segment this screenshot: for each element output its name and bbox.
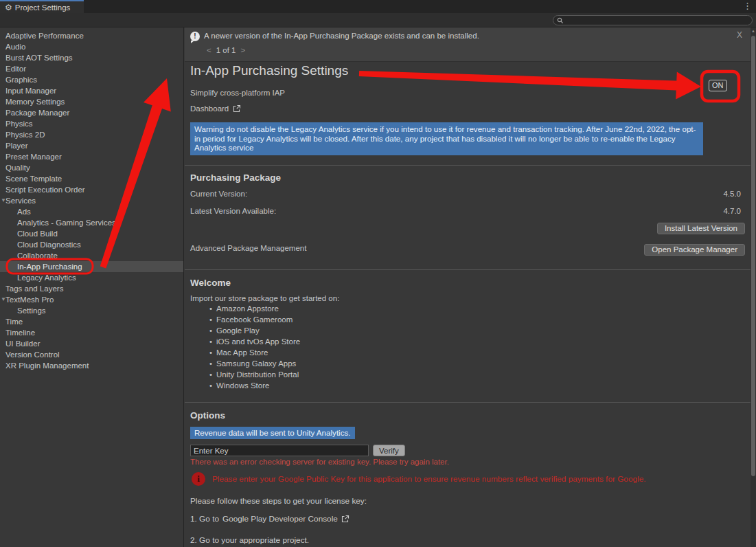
sidebar-item-collaborate[interactable]: Collaborate [0,250,183,261]
sidebar-item-label: Physics 2D [0,131,45,139]
dashboard-link[interactable]: Dashboard [190,104,241,113]
pager-prev-button[interactable]: < [207,46,211,54]
sidebar-item-legacy-analytics[interactable]: Legacy Analytics [0,272,183,283]
console-message-icon: ! [190,32,200,41]
sidebar-item-version-control[interactable]: Version Control [0,349,183,360]
sidebar-item-label: Burst AOT Settings [0,54,73,62]
sidebar-item-label: Cloud Build [0,230,58,238]
verify-button[interactable]: Verify [373,445,405,456]
sidebar-item-adaptive-performance[interactable]: Adaptive Performance [0,30,183,41]
main-panel: ! A newer version of the In-App Purchasi… [185,27,756,547]
sidebar-item-player[interactable]: Player [0,140,183,151]
sidebar-item-textmesh-pro[interactable]: ▼TextMesh Pro [0,294,183,305]
google-key-error-text: Please enter your Google Public Key for … [212,474,645,484]
scrollbar-up-arrow-icon[interactable]: ▲ [751,29,756,33]
iap-toggle-on-button[interactable]: ON [709,80,727,91]
options-heading: Options [190,410,225,421]
sidebar-item-physics-2d[interactable]: Physics 2D [0,129,183,140]
current-version-value: 4.5.0 [723,190,741,198]
dashboard-link-label: Dashboard [190,104,229,113]
sidebar-item-settings[interactable]: Settings [0,305,183,316]
latest-version-value: 4.7.0 [723,207,741,215]
search-field[interactable] [553,15,753,25]
key-input[interactable] [190,445,369,456]
sidebar-item-input-manager[interactable]: Input Manager [0,85,183,96]
sidebar-item-label: Player [0,142,28,150]
sidebar-item-physics[interactable]: Physics [0,118,183,129]
sidebar-item-burst-aot-settings[interactable]: Burst AOT Settings [0,52,183,63]
sidebar-item-label: Memory Settings [0,98,65,106]
close-icon[interactable]: X [737,30,742,40]
open-package-manager-button[interactable]: Open Package Manager [644,244,745,256]
sidebar-item-cloud-diagnostics[interactable]: Cloud Diagnostics [0,239,183,250]
notification-banner: ! A newer version of the In-App Purchasi… [185,27,756,62]
store-item: Unity Distribution Portal [209,369,300,380]
install-latest-version-button[interactable]: Install Latest Version [657,223,745,234]
sidebar-item-in-app-purchasing[interactable]: In-App Purchasing [0,261,183,272]
sidebar-item-label: In-App Purchasing [0,263,82,271]
error-info-icon: i [192,472,205,486]
sidebar-item-label: Tags and Layers [0,284,63,293]
step-2: 2. Go to your appropriate project. [190,535,309,545]
sidebar-item-label: Ads [0,208,31,216]
search-input[interactable] [566,16,752,25]
sidebar-item-memory-settings[interactable]: Memory Settings [0,96,183,107]
sidebar-item-scene-template[interactable]: Scene Template [0,173,183,184]
sidebar-item-ads[interactable]: Ads [0,206,183,217]
sidebar-item-analytics-gaming-services[interactable]: Analytics - Gaming Services [0,217,183,228]
sidebar-item-label: TextMesh Pro [0,295,54,304]
sidebar-item-script-execution-order[interactable]: Script Execution Order [0,184,183,195]
pager-next-button[interactable]: > [241,46,246,54]
purchasing-package-heading: Purchasing Package [190,172,281,183]
sidebar-item-label: Preset Manager [0,153,62,161]
store-item: Facebook Gameroom [209,314,300,325]
sidebar-item-quality[interactable]: Quality [0,162,183,173]
sidebar-item-ui-builder[interactable]: UI Builder [0,338,183,349]
sidebar-item-label: Legacy Analytics [0,274,76,282]
welcome-heading: Welcome [190,278,231,288]
foldout-open-icon[interactable]: ▼ [1,198,6,203]
sidebar-item-package-manager[interactable]: Package Manager [0,107,183,118]
divider [185,165,751,166]
kebab-menu-icon[interactable]: ⋮ [743,1,752,11]
foldout-open-icon[interactable]: ▼ [1,297,6,302]
sidebar-item-label: UI Builder [0,339,41,348]
tab-bar: ⚙ Project Settings ⋮ [0,0,756,13]
sidebar-item-label: Cloud Diagnostics [0,241,81,249]
sidebar-item-label: Analytics - Gaming Services [0,219,116,227]
store-item: Samsung Galaxy Apps [209,358,300,369]
sidebar-item-preset-manager[interactable]: Preset Manager [0,151,183,162]
banner-message: A newer version of the In-App Purchasing… [204,32,479,40]
tab-project-settings[interactable]: ⚙ Project Settings [0,0,84,13]
sidebar-item-graphics[interactable]: Graphics [0,74,183,85]
store-item: Amazon Appstore [209,303,300,314]
scrollbar-thumb[interactable] [751,36,755,476]
external-link-icon [341,515,350,523]
sidebar-item-label: Scene Template [0,175,62,183]
divider [185,269,751,270]
sidebar-item-label: Settings [0,306,46,315]
sidebar-item-audio[interactable]: Audio [0,41,183,52]
sidebar-item-label: Script Execution Order [0,186,85,194]
sidebar-item-xr-plugin-management[interactable]: XR Plugin Management [0,360,183,371]
subtitle: Simplify cross-platform IAP [190,89,285,97]
sidebar-item-time[interactable]: Time [0,316,183,327]
sidebar-item-tags-and-layers[interactable]: Tags and Layers [0,283,183,294]
vertical-scrollbar[interactable]: ▲ [751,27,756,547]
analytics-note: Revenue data will be sent to Unity Analy… [190,427,355,439]
sidebar-item-editor[interactable]: Editor [0,63,183,74]
pager-count: 1 of 1 [216,46,236,54]
sidebar-item-services[interactable]: ▼Services [0,195,183,206]
store-item: Mac App Store [209,347,300,358]
legacy-analytics-warning: Warning do not disable the Legacy Analyt… [190,122,703,155]
sidebar-item-label: Version Control [0,350,60,359]
sidebar-item-label: Quality [0,164,30,172]
tab-title: Project Settings [15,3,71,12]
sidebar-item-label: Audio [0,43,25,51]
sidebar-item-cloud-build[interactable]: Cloud Build [0,228,183,239]
page-title: In-App Purchasing Settings [190,63,348,78]
sidebar-item-label: XR Plugin Management [0,361,89,370]
sidebar-item-timeline[interactable]: Timeline [0,327,183,338]
advanced-package-management-label: Advanced Package Management [190,244,306,252]
google-play-console-link[interactable]: Google Play Developer Console [222,514,338,524]
